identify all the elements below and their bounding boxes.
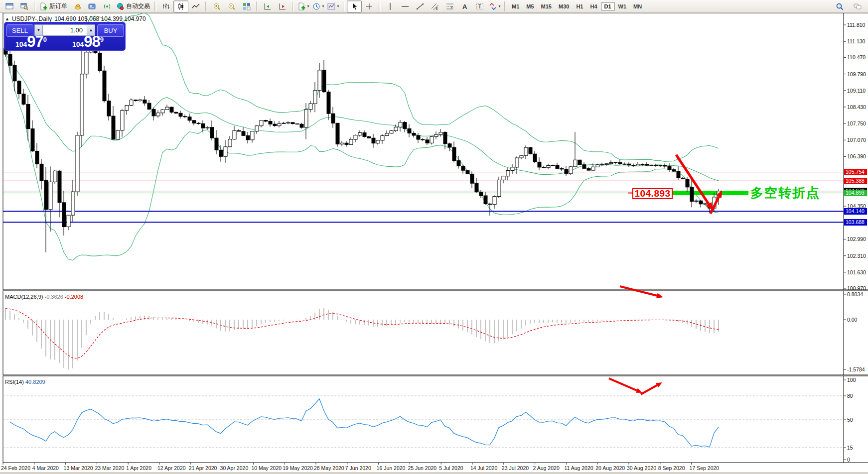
svg-text:E: E (436, 6, 438, 10)
macd-axis-label: 0.00 (847, 317, 857, 323)
chart-canvas[interactable] (0, 13, 868, 474)
price-axis-label: 111.810 (847, 22, 865, 28)
crosshair-icon[interactable] (362, 0, 377, 12)
timeframe-d1[interactable]: D1 (601, 2, 615, 11)
timeframe-h4[interactable]: H4 (586, 2, 600, 11)
auto-scroll-icon[interactable] (260, 0, 275, 12)
timeframe-m5[interactable]: M5 (523, 2, 537, 11)
price-tag: 105.754 (844, 169, 867, 175)
search-icon[interactable] (832, 0, 847, 12)
volume-field[interactable]: 1.00 (43, 24, 87, 36)
horizontal-line-icon[interactable] (398, 0, 413, 12)
trendline-icon (416, 2, 424, 10)
timeframe-m30[interactable]: M30 (555, 2, 573, 11)
chat-icon[interactable] (850, 0, 865, 12)
tile-windows-icon[interactable] (239, 0, 254, 12)
dropdown-caret-icon[interactable]: ▾ (307, 4, 309, 8)
symbol-period-label: USDJPY-,Daily (12, 15, 52, 22)
equidistant-channel-icon[interactable]: E (428, 0, 442, 12)
mt4-window: 新订单自动交易▾▾▾EFAT▾M1M5M15M30H1H4D1W1MN ▲ US… (0, 0, 868, 474)
history-center-icon (73, 2, 81, 10)
crosshair-icon (365, 2, 373, 10)
buy-price[interactable]: 104989 (72, 35, 104, 49)
auto-trading-icon (116, 2, 124, 10)
indicators-icon (297, 2, 305, 10)
zoom-in-icon[interactable] (209, 0, 224, 12)
charts-window-icon[interactable] (2, 0, 17, 12)
date-axis-label: 1 Apr 2020 (126, 465, 151, 471)
price-axis-label: 101.630 (847, 269, 866, 275)
terminal-icon[interactable] (85, 0, 100, 12)
date-axis-label: 23 Jul 2020 (502, 465, 529, 471)
text-label-icon: T (476, 2, 484, 10)
one-click-trade-panel: SELL ▼ 1.00 ▲ BUY 104970 104989 (4, 22, 126, 51)
chart-title: ▲ USDJPY-,Daily 104.690 105.068 104.399 … (5, 15, 146, 22)
periods-icon (312, 2, 320, 10)
candlestick-icon[interactable] (173, 0, 188, 12)
dropdown-caret-icon[interactable]: ▾ (498, 4, 500, 8)
date-axis-label: 23 Mar 2020 (95, 465, 124, 471)
equidistant-channel-icon: E (431, 2, 439, 10)
dropdown-caret-icon[interactable]: ▾ (322, 4, 324, 8)
date-axis-label: 19 May 2020 (283, 465, 313, 471)
date-axis-label: 17 Sep 2020 (690, 465, 720, 471)
zoom-out-icon (228, 2, 236, 10)
date-axis-label: 30 Aug 2020 (627, 465, 656, 471)
text-icon: A (461, 2, 469, 10)
toolbar-separator (379, 1, 381, 11)
fibonacci-icon: F (446, 2, 454, 10)
sell-price[interactable]: 104970 (15, 35, 47, 49)
price-tag: 104.893 (844, 190, 867, 196)
date-axis-label: 4 Mar 2020 (32, 465, 59, 471)
indicators-icon[interactable]: ▾ (296, 0, 311, 12)
bar-chart-icon (162, 2, 170, 10)
timeframe-m1[interactable]: M1 (508, 2, 523, 11)
timeframe-h1[interactable]: H1 (573, 2, 586, 11)
macd-axis-label: -1.5784 (847, 366, 865, 372)
dropdown-caret-icon[interactable]: ▾ (337, 4, 339, 8)
signals-icon[interactable] (100, 0, 115, 12)
auto-trading-button[interactable]: 自动交易 (115, 0, 152, 12)
history-center-icon[interactable] (70, 0, 85, 12)
chart-collapse-icon[interactable]: ▲ (5, 16, 9, 21)
price-annotation-box[interactable]: 104.893 (632, 188, 673, 199)
line-chart-icon[interactable] (188, 0, 203, 12)
arrows-icon[interactable]: ▾ (487, 0, 502, 12)
price-axis-label: 109.790 (847, 71, 866, 77)
periods-icon[interactable]: ▾ (311, 0, 326, 12)
terminal-icon (88, 2, 96, 10)
timeframe-mn[interactable]: MN (630, 2, 645, 11)
bar-chart-icon[interactable] (158, 0, 173, 12)
ohlc-values: 104.690 105.068 104.399 104.970 (54, 15, 146, 22)
auto-scroll-icon (264, 2, 272, 10)
price-axis-label: 111.130 (847, 38, 865, 44)
preview-icon[interactable] (17, 0, 32, 12)
price-tag: 105.388 (844, 178, 867, 184)
trendline-icon[interactable] (413, 0, 428, 12)
templates-icon[interactable]: ▾ (326, 0, 341, 12)
macd-label: MACD(12,26,9) -0.3626 -0.2008 (5, 294, 83, 300)
price-axis-label: 108.430 (847, 104, 866, 110)
toolbar-right-icons (832, 0, 865, 12)
toolbar-separator (504, 1, 506, 11)
charts-window-icon (5, 2, 13, 10)
text-label-icon[interactable]: T (472, 0, 487, 12)
date-axis-label: 2 Aug 2020 (533, 465, 560, 471)
date-axis-label: 25 Jun 2020 (408, 465, 436, 471)
new-order-button[interactable]: 新订单 (38, 0, 70, 12)
fibonacci-icon[interactable]: F (442, 0, 457, 12)
toolbar-separator (343, 1, 345, 11)
cursor-icon[interactable] (347, 0, 362, 12)
zoom-out-icon[interactable] (224, 0, 239, 12)
price-axis-label: 107.750 (847, 120, 866, 126)
vertical-line-icon[interactable] (383, 0, 398, 12)
vertical-line-icon (386, 2, 394, 10)
date-axis-label: 21 Apr 2020 (189, 465, 217, 471)
timeframe-w1[interactable]: W1 (615, 2, 630, 11)
date-axis-label: 12 Apr 2020 (157, 465, 186, 471)
status-strip (0, 472, 868, 474)
chart-shift-icon[interactable] (275, 0, 290, 12)
timeframe-m15[interactable]: M15 (538, 2, 555, 11)
text-icon[interactable]: A (457, 0, 472, 12)
turning-point-annotation[interactable]: 多空转折点 (750, 184, 820, 202)
